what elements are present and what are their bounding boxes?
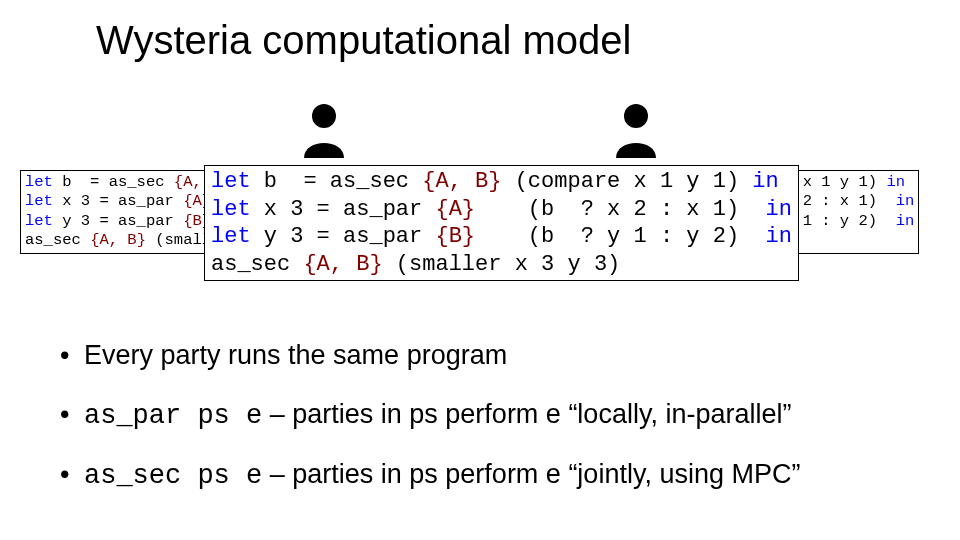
bullet-1: •Every party runs the same program [60,340,800,371]
code-text: as_sec [211,252,303,277]
code-text: x 3 = as_par [53,192,183,210]
code-center: let b = as_sec {A, B} (compare x 1 y 1) … [204,165,799,281]
bullet-3: •as_sec ps e – parties in ps perform e “… [60,459,800,491]
svg-point-0 [312,104,336,128]
set: {B} [435,224,475,249]
kw: let [25,173,53,191]
code-text: as_sec [25,231,90,249]
svg-point-1 [624,104,648,128]
slide-title: Wysteria computational model [96,18,631,63]
avatar-left-icon [298,100,350,162]
code-text: (smaller x 3 y 3) [383,252,621,277]
code-text: x 3 = as_par [251,197,436,222]
bullet-code: as_par ps e [84,401,262,431]
bullet-list: •Every party runs the same program •as_p… [60,340,800,519]
kw: in [752,169,778,194]
set: {A, B} [422,169,501,194]
bullet-dot: • [60,459,84,490]
bullet-2: •as_par ps e – parties in ps perform e “… [60,399,800,431]
kw: in [886,173,905,191]
kw: let [211,197,251,222]
code-text: y 3 = as_par [251,224,436,249]
bullet-text: parties in ps perform e “locally, in-par… [292,399,791,429]
kw: let [211,169,251,194]
set: {A, B} [90,231,146,249]
code-text: b = as_sec [53,173,174,191]
code-text: (b ? x 2 : x 1) [475,197,765,222]
bullet-dot: • [60,399,84,430]
bullet-sep: – [262,399,292,429]
set: {A} [435,197,475,222]
code-text: (compare x 1 y 1) [501,169,752,194]
kw: let [25,212,53,230]
set: {A, B} [303,252,382,277]
bullet-code: as_sec ps e [84,461,262,491]
bullet-text: Every party runs the same program [84,340,507,370]
bullet-text: parties in ps perform e “jointly, using … [292,459,800,489]
avatars-row [0,100,960,162]
kw: in [896,192,915,210]
bullet-sep: – [262,459,292,489]
code-text: y 3 = as_par [53,212,183,230]
code-text: (b ? y 1 : y 2) [475,224,765,249]
kw: in [896,212,915,230]
code-text: b = as_sec [251,169,423,194]
bullet-dot: • [60,340,84,371]
avatar-right-icon [610,100,662,162]
kw: in [766,197,792,222]
slide: Wysteria computational model let b = as_… [0,0,960,540]
kw: let [211,224,251,249]
kw: in [766,224,792,249]
kw: let [25,192,53,210]
